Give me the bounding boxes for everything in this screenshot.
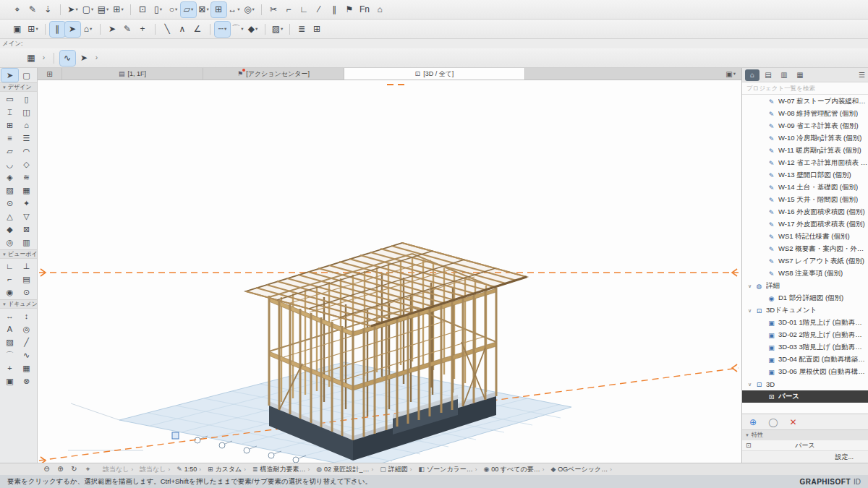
status-scale[interactable]: ✎ 1:50 › <box>176 466 201 473</box>
tab-overview-icon[interactable]: ⊞ <box>38 68 62 80</box>
navigator-group-3d-documents[interactable]: ∨ ⊡ 3Dドキュメント <box>742 304 868 317</box>
status-model-view[interactable]: ▢ 詳細図 › <box>380 465 412 474</box>
hamburger-menu-icon[interactable]: ☰ <box>859 71 865 79</box>
navigator-item[interactable]: ✎ W-14 土台・基礎図 (個別) <box>742 181 868 194</box>
label-tool-icon[interactable]: ◎▾ <box>242 2 257 17</box>
3d-view-icon[interactable]: ⊡ <box>135 2 150 17</box>
arrow-tool-icon[interactable]: ➤▾ <box>65 2 80 17</box>
wall-tool-icon[interactable]: ▤▾ <box>95 2 111 17</box>
panel-tool[interactable]: ▽ <box>18 210 35 223</box>
camera-tool[interactable]: ⊙ <box>18 286 35 299</box>
arrow-mode-icon[interactable]: ➤ <box>105 22 120 37</box>
navigator-item[interactable]: ✎ WS2 概要書・案内図・外部仕上表 (個… <box>742 243 868 255</box>
linetype-icon[interactable]: ┄▾ <box>215 22 230 37</box>
arc-tool[interactable]: ⌒ <box>1 348 18 361</box>
settings-button[interactable]: 設定... <box>742 450 868 463</box>
zone-stamp-icon[interactable]: ⊠▾ <box>196 2 211 17</box>
status-layer-set[interactable]: ⊞ カスタム › <box>208 465 246 474</box>
navigator-item[interactable]: ◉ D1 部分詳細図 (個別) <box>742 292 868 304</box>
line-icon[interactable]: ╲ <box>160 22 175 37</box>
navigator-item[interactable]: ✎ W-08 維持管理配管 (個別) <box>742 108 868 120</box>
mesh-tool-icon[interactable]: ⊞▾ <box>111 2 126 17</box>
3d-viewport[interactable] <box>38 80 741 463</box>
column-tool[interactable]: ▯ <box>18 93 35 106</box>
figure-tool[interactable]: ▦ <box>18 361 35 374</box>
navigator-item-perspective[interactable]: ⊡ パース <box>742 390 868 403</box>
navigator-item[interactable]: ✎ W-10 冷房期η計算表 (個別) <box>742 132 868 145</box>
arrow-select-tool[interactable]: ➤ <box>1 69 18 82</box>
expand-more-icon[interactable]: › <box>93 51 101 66</box>
tab-action-center[interactable]: ⚑ [アクションセンター] <box>203 68 344 80</box>
guide-lines-icon[interactable]: ∥ <box>50 22 65 37</box>
opening-tool[interactable]: ⊙ <box>1 197 18 210</box>
add-point-icon[interactable]: + <box>135 22 150 37</box>
window-tool[interactable]: ⊞ <box>1 119 18 132</box>
navigator-item[interactable]: ✎ W-17 外皮面積求積表 (個別) <box>742 218 868 231</box>
solid-tool[interactable]: ◆ <box>1 223 18 236</box>
wall-tool[interactable]: ▭ <box>1 93 18 106</box>
pickup-parameters-icon[interactable]: ✎ <box>25 2 41 17</box>
section-tool[interactable]: ∟ <box>1 260 18 273</box>
worksheet-tool[interactable]: ▤ <box>18 273 35 286</box>
expand-icon[interactable]: › <box>41 51 48 66</box>
slab-tool[interactable]: ▱ <box>1 145 18 158</box>
navigator-item[interactable]: ▣ 3D-01 1階見上げ (自動再構築モデル) <box>742 317 868 329</box>
dimension-tool[interactable]: ↔ <box>1 309 18 322</box>
line-tool[interactable]: ╱ <box>18 335 35 348</box>
layout-book-icon[interactable]: ▥ <box>777 69 791 81</box>
navigator-item[interactable]: ▣ 3D-02 2階見上げ (自動再構築モデル) <box>742 329 868 341</box>
label-tool[interactable]: ◎ <box>18 322 35 335</box>
navigator-item[interactable]: ✎ W-11 暖房期η計算表 (個別) <box>742 145 868 157</box>
navigator-item[interactable]: ✎ W-07 薪ストーブ内装緩和範囲 (個別) <box>742 95 868 108</box>
publisher-icon[interactable]: ▦ <box>793 69 807 81</box>
fill-tool[interactable]: ▨ <box>1 335 18 348</box>
status-graphic-override[interactable]: ◧ ゾーンカラー… › <box>418 465 477 474</box>
viewport-3d-canvas[interactable] <box>38 80 741 463</box>
zoom-out-icon[interactable]: ⊖ <box>41 465 53 474</box>
search-input[interactable] <box>746 85 864 92</box>
navigator-item[interactable]: ▣ 3D-03 3階見上げ (自動再構築モデル) <box>742 341 868 354</box>
split-icon[interactable]: ∥ <box>327 2 342 17</box>
function-key-icon[interactable]: Fn <box>357 2 373 17</box>
railing-tool[interactable]: ☰ <box>18 132 35 145</box>
navigator-item[interactable]: ✎ W-09 省エネ計算表 (個別) <box>742 120 868 132</box>
status-dimension-style[interactable]: ◆ OGベーシック… › <box>550 465 611 474</box>
text-tool[interactable]: A <box>1 322 18 335</box>
status-element-filter[interactable]: ◉ 00 すべての要… › <box>484 465 545 474</box>
shell-tool[interactable]: ◡ <box>1 158 18 171</box>
hole-tool[interactable]: ⊠ <box>18 223 35 236</box>
slab-tool-icon[interactable]: ▱▾ <box>181 2 196 17</box>
door-tool[interactable]: ◫ <box>18 106 35 119</box>
zoom-in-icon[interactable]: ⊕ <box>54 465 67 474</box>
intersect-icon[interactable]: ∟ <box>297 2 312 17</box>
grid-element-icon[interactable]: ⊞ <box>211 2 226 17</box>
arc-icon[interactable]: ⌒▾ <box>230 22 245 37</box>
object-tool[interactable]: ⌂ <box>18 119 35 132</box>
detail-tool[interactable]: ◉ <box>1 286 18 299</box>
navigator-item[interactable]: ✎ W-16 外皮面積求積図 (個別) <box>742 206 868 218</box>
stair-tool[interactable]: ≡ <box>1 132 18 145</box>
navigator-item[interactable]: ✎ WS1 特記仕様書 (個別) <box>742 231 868 243</box>
spline-tool[interactable]: ∿ <box>18 348 35 361</box>
delete-icon[interactable]: ✕ <box>790 417 797 427</box>
zone-tool[interactable]: ▨ <box>1 184 18 197</box>
truss-tool[interactable]: △ <box>1 210 18 223</box>
graphisoft-id-badge[interactable]: GRAPHISOFT ID <box>799 478 861 486</box>
navigator-group-3d[interactable]: ∨ ⊡ 3D <box>742 378 868 390</box>
favorites-icon[interactable]: ⌂ <box>373 2 388 17</box>
toolbox-section-design[interactable]: ▼ デザイン <box>0 82 37 92</box>
adjust-icon[interactable]: ⌐ <box>281 2 297 17</box>
clone-folder-icon[interactable]: ◯ <box>768 417 778 427</box>
toolbox-section-document[interactable]: ▼ ドキュメント <box>0 299 37 309</box>
document-tool-icon[interactable]: ▯▾ <box>150 2 166 17</box>
spline-icon[interactable]: ∿ <box>60 51 75 66</box>
dimension-tool-icon[interactable]: ↔▾ <box>226 2 242 17</box>
mesh-tool[interactable]: ≋ <box>18 171 35 184</box>
project-chooser-icon[interactable]: ⌂ <box>745 69 760 81</box>
interior-elevation-tool[interactable]: ⌐ <box>1 273 18 286</box>
skylight-tool[interactable]: ◇ <box>18 158 35 171</box>
status-layer-combo[interactable]: 該当なし › <box>103 465 133 474</box>
curtain-wall-tool[interactable]: ▦ <box>18 184 35 197</box>
add-view-icon[interactable]: ⊕ <box>749 417 757 427</box>
status-structure-display[interactable]: ≣ 構造耐力要素… › <box>252 465 310 474</box>
